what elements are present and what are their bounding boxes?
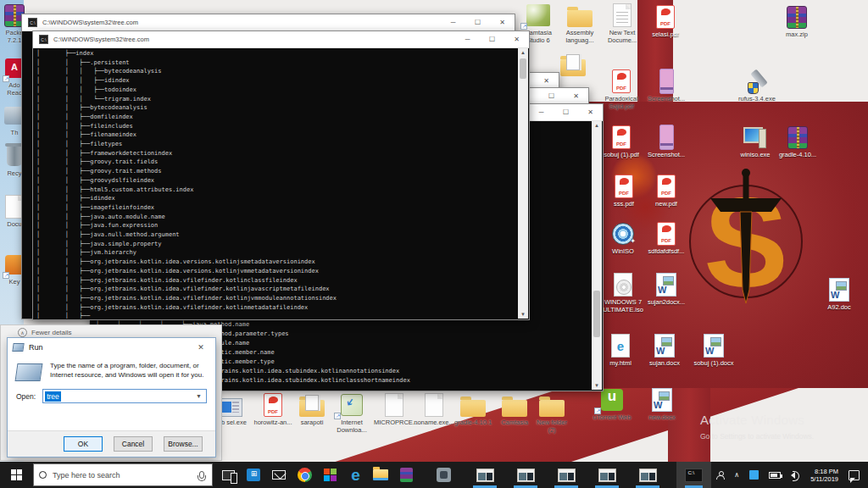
people-button[interactable] <box>711 462 729 488</box>
maximize-button[interactable]: ☐ <box>480 31 504 47</box>
battery-button[interactable] <box>764 462 786 488</box>
fewer-details-toggle[interactable]: Fewer details <box>31 329 72 336</box>
desktop: S Activate Windows Go to Settings to act… <box>0 0 868 488</box>
folder-icon <box>539 400 565 417</box>
scrollbar[interactable]: ▲ ▼ <box>518 48 528 319</box>
clock[interactable]: 8:18 PM 5/11/2019 <box>804 468 845 483</box>
browse-button[interactable]: Browse... <box>164 436 203 452</box>
taskbar-window-button-3[interactable] <box>546 462 587 488</box>
pdf-icon <box>657 175 676 198</box>
desktop-icon-paradoxical[interactable]: Paradoxical Sajid.pdf <box>601 68 642 110</box>
desktop-icon-sobuj-1-pdf[interactable]: sobuj (1).pdf <box>601 124 642 159</box>
run-dialog-titlebar[interactable]: Run ✕ <box>8 338 215 356</box>
desktop-icon-new-folder[interactable]: New folder (2) <box>531 391 572 434</box>
scrollbar[interactable]: ▲ ▼ <box>592 121 602 390</box>
maximize-button[interactable]: ☐ <box>539 88 564 104</box>
close-button[interactable]: ✕ <box>578 104 603 120</box>
icon-label: Screenshot... <box>646 152 687 159</box>
taskbar-app-grid-button[interactable] <box>317 462 342 488</box>
desktop-icon-gradle-4-10-[interactable]: gradle-4.10... <box>777 124 818 159</box>
taskbar-window-button-5[interactable] <box>627 462 668 488</box>
desktop-icon-gradle-4-10-1[interactable]: gradle-4.10.1 <box>453 391 493 427</box>
scroll-down-icon[interactable]: ▼ <box>592 381 602 390</box>
desktop-icon-a92-doc[interactable]: A92.doc <box>819 276 860 312</box>
cmd-window-1-titlebar[interactable]: C:\ C:\WINDOWS\system32\tree.com ─ ☐ ✕ <box>22 14 515 31</box>
open-combobox[interactable]: tree ▼ <box>42 389 207 403</box>
taskbar-window-button-2[interactable] <box>505 462 546 488</box>
scroll-thumb[interactable] <box>593 291 600 337</box>
desktop-icon-selasi-pdf[interactable]: selasi.pdf <box>645 3 686 39</box>
winrar-icon <box>400 468 413 482</box>
cmd-window-2[interactable]: C:\ C:\WINDOWS\system32\tree.com ─ ☐ ✕ │… <box>32 30 530 320</box>
minimize-button[interactable]: ─ <box>529 104 554 120</box>
desktop-icon-screenshot-[interactable]: Screenshot... <box>646 68 687 103</box>
cmd-icon: C:\ <box>39 35 48 44</box>
desktop-icon-camtasia[interactable]: Camtasia <box>494 391 535 427</box>
rar-icon <box>787 6 807 29</box>
desktop-icon-assembly[interactable]: Assembly languag... <box>559 2 600 44</box>
desktop-icon-rufus-3-4-exe[interactable]: rufus-3.4.exe <box>737 68 777 103</box>
close-button[interactable]: ✕ <box>490 14 515 30</box>
ok-button[interactable]: OK <box>64 436 103 452</box>
desktop-icon-new-text[interactable]: New Text Docume... <box>602 2 643 44</box>
taskbar-search-input[interactable]: Type here to search <box>33 463 213 486</box>
taskbar-mail-button[interactable] <box>266 462 292 488</box>
desktop-icon-winiso-exe[interactable]: winiso.exe <box>735 124 776 159</box>
desktop-icon-sss-pdf[interactable]: sss.pdf <box>604 173 644 208</box>
desktop-icon-sarapoti[interactable]: sarapoti <box>292 391 332 427</box>
taskbar-chrome-button[interactable] <box>292 462 317 488</box>
scroll-up-icon[interactable]: ▲ <box>518 48 528 57</box>
volume-button[interactable] <box>786 462 804 488</box>
minimize-button[interactable]: ─ <box>455 31 480 47</box>
desktop-icon-microprce-[interactable]: MICROPRCE... <box>374 391 415 427</box>
icon-label: winiso.exe <box>735 152 776 159</box>
desktop-icon-sujan2docx-[interactable]: sujan2docx... <box>646 271 687 307</box>
taskbar-app-button[interactable] <box>431 462 456 488</box>
desktop-icon-internet[interactable]: ↗Internet Downloa... <box>331 391 372 434</box>
run-dialog[interactable]: Run ✕ Type the name of a program, folder… <box>7 337 216 458</box>
taskbar-cmd-active[interactable] <box>676 462 711 488</box>
close-icon[interactable]: ✕ <box>192 343 210 352</box>
taskbar-winrar-button[interactable] <box>393 462 419 488</box>
desktop-icon-max-zip[interactable]: max.zip <box>776 3 817 39</box>
desktop-icon-screenshot-[interactable]: Screenshot... <box>646 124 687 159</box>
desktop-icon-windows-7[interactable]: WINDOWS 7 ULTIMATE.iso <box>603 271 643 313</box>
desktop-icon-utorrent-web[interactable]: ↗uTorrent Web <box>592 386 632 422</box>
desktop-icon-my-html[interactable]: my.html <box>600 332 641 368</box>
taskbar-window-button-4[interactable] <box>587 462 627 488</box>
desktop-icon-noname-exe-[interactable]: noname.exe... <box>414 391 454 427</box>
minimize-button[interactable]: ─ <box>441 14 465 30</box>
start-button[interactable] <box>0 462 33 488</box>
desktop-icon-sdfdafdfsdf-[interactable]: sdfdafdfsdf... <box>646 220 687 256</box>
scroll-thumb[interactable] <box>520 58 526 79</box>
close-button[interactable]: ✕ <box>504 31 529 47</box>
desktop-icon-new-docx[interactable]: new.docx <box>642 386 682 422</box>
taskbar-file-explorer-button[interactable] <box>368 462 393 488</box>
microphone-icon[interactable] <box>199 471 204 479</box>
open-combobox-value[interactable]: tree <box>45 391 61 402</box>
task-view-button[interactable] <box>216 462 241 488</box>
maximize-button[interactable]: ☐ <box>554 104 578 120</box>
close-button[interactable]: ✕ <box>564 88 588 104</box>
combobox-dropdown-icon[interactable]: ▼ <box>193 390 204 402</box>
maximize-button[interactable]: ☐ <box>465 14 490 30</box>
shortcut-arrow-icon: ↗ <box>594 408 601 414</box>
desktop-icon-sobuj-1-docx[interactable]: sobuj (1).docx <box>693 332 734 368</box>
cmd-window-2-titlebar[interactable]: C:\ C:\WINDOWS\system32\tree.com ─ ☐ ✕ <box>33 31 529 48</box>
desktop-icon-winiso[interactable]: WinISO <box>603 220 643 256</box>
desktop-icon-horowitz-an-[interactable]: horowitz-an... <box>253 391 293 427</box>
tray-overflow-button[interactable]: ∧ <box>729 462 744 488</box>
taskbar-edge-button[interactable]: e <box>342 462 368 488</box>
scroll-down-icon[interactable]: ▼ <box>518 310 528 319</box>
icon-label: sujan.docx <box>644 360 685 368</box>
desktop-icon-new-pdf[interactable]: new.pdf <box>646 173 687 208</box>
action-center-icon[interactable] <box>849 470 860 480</box>
rufus-icon <box>744 69 770 94</box>
cancel-button[interactable]: Cancel <box>114 436 153 452</box>
tray-app-button[interactable] <box>744 462 764 488</box>
desktop-icon-sujan-docx[interactable]: sujan.docx <box>644 332 685 368</box>
taskbar-window-button-1[interactable] <box>465 462 505 488</box>
taskbar-microsoft-store-button[interactable] <box>241 462 266 488</box>
scroll-up-icon[interactable]: ▲ <box>592 121 602 130</box>
icon-label: gradle-4.10... <box>777 152 818 159</box>
